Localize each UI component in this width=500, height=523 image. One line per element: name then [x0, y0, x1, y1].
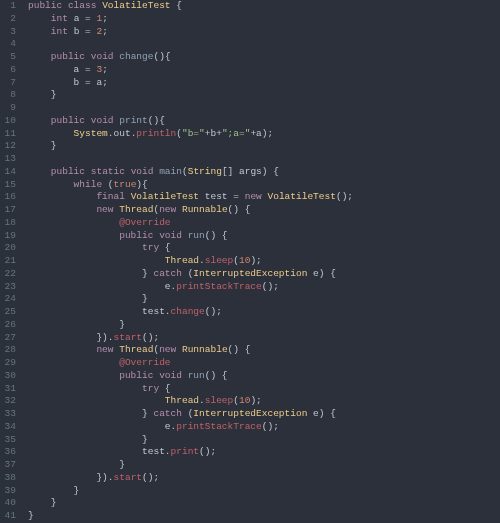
code-line: e.printStackTrace(); [28, 281, 500, 294]
line-number-gutter: 1234567891011121314151617181920212223242… [0, 0, 22, 523]
line-number: 10 [0, 115, 16, 128]
code-line: } [28, 89, 500, 102]
code-line: public static void main(String[] args) { [28, 166, 500, 179]
line-number: 33 [0, 408, 16, 421]
annotation-override: @Override [119, 217, 170, 228]
code-line: System.out.println("b="+b+";a="+a); [28, 128, 500, 141]
code-line: a = 3; [28, 64, 500, 77]
line-number: 25 [0, 306, 16, 319]
line-number: 16 [0, 191, 16, 204]
line-number: 19 [0, 230, 16, 243]
code-line: while (true){ [28, 179, 500, 192]
line-number: 3 [0, 26, 16, 39]
code-line: try { [28, 242, 500, 255]
code-line [28, 153, 500, 166]
line-number: 20 [0, 242, 16, 255]
keyword-class: class [68, 0, 97, 11]
code-line: }).start(); [28, 472, 500, 485]
line-number: 41 [0, 510, 16, 523]
line-number: 38 [0, 472, 16, 485]
line-number: 37 [0, 459, 16, 472]
method-change: change [119, 51, 153, 62]
line-number: 14 [0, 166, 16, 179]
line-number: 5 [0, 51, 16, 64]
code-line: Thread.sleep(10); [28, 395, 500, 408]
code-line: } catch (InterruptedException e) { [28, 408, 500, 421]
code-line: int a = 1; [28, 13, 500, 26]
line-number: 21 [0, 255, 16, 268]
code-line: }).start(); [28, 332, 500, 345]
code-line: e.printStackTrace(); [28, 421, 500, 434]
line-number: 39 [0, 485, 16, 498]
code-line: public void print(){ [28, 115, 500, 128]
line-number: 17 [0, 204, 16, 217]
code-line: test.change(); [28, 306, 500, 319]
line-number: 22 [0, 268, 16, 281]
code-line: public void run() { [28, 230, 500, 243]
code-line: @Override [28, 217, 500, 230]
line-number: 7 [0, 77, 16, 90]
code-line: public void run() { [28, 370, 500, 383]
code-line [28, 38, 500, 51]
line-number: 31 [0, 383, 16, 396]
line-number: 23 [0, 281, 16, 294]
line-number: 6 [0, 64, 16, 77]
line-number: 40 [0, 497, 16, 510]
code-line: } [28, 510, 500, 523]
line-number: 35 [0, 434, 16, 447]
code-line: new Thread(new Runnable() { [28, 204, 500, 217]
code-line: } [28, 434, 500, 447]
code-line: test.print(); [28, 446, 500, 459]
method-print: print [119, 115, 148, 126]
line-number: 13 [0, 153, 16, 166]
line-number: 8 [0, 89, 16, 102]
code-line: try { [28, 383, 500, 396]
line-number: 32 [0, 395, 16, 408]
code-line: } [28, 459, 500, 472]
code-line: } [28, 293, 500, 306]
code-line: Thread.sleep(10); [28, 255, 500, 268]
code-line: final VolatileTest test = new VolatileTe… [28, 191, 500, 204]
code-line: } [28, 319, 500, 332]
line-number: 9 [0, 102, 16, 115]
line-number: 34 [0, 421, 16, 434]
line-number: 4 [0, 38, 16, 51]
code-line: new Thread(new Runnable() { [28, 344, 500, 357]
line-number: 12 [0, 140, 16, 153]
code-line [28, 102, 500, 115]
code-line: b = a; [28, 77, 500, 90]
class-name: VolatileTest [102, 0, 170, 11]
code-line: } catch (InterruptedException e) { [28, 268, 500, 281]
code-editor: public class VolatileTest { int a = 1; i… [22, 0, 500, 523]
line-number: 36 [0, 446, 16, 459]
line-number: 1 [0, 0, 16, 13]
line-number: 11 [0, 128, 16, 141]
code-line: } [28, 497, 500, 510]
line-number: 2 [0, 13, 16, 26]
code-line: } [28, 140, 500, 153]
method-main: main [159, 166, 182, 177]
line-number: 18 [0, 217, 16, 230]
line-number: 24 [0, 293, 16, 306]
code-line: @Override [28, 357, 500, 370]
code-line: public void change(){ [28, 51, 500, 64]
code-line: public class VolatileTest { [28, 0, 500, 13]
line-number: 27 [0, 332, 16, 345]
line-number: 15 [0, 179, 16, 192]
code-line: int b = 2; [28, 26, 500, 39]
code-line: } [28, 485, 500, 498]
line-number: 29 [0, 357, 16, 370]
line-number: 30 [0, 370, 16, 383]
line-number: 28 [0, 344, 16, 357]
line-number: 26 [0, 319, 16, 332]
keyword-public: public [28, 0, 62, 11]
